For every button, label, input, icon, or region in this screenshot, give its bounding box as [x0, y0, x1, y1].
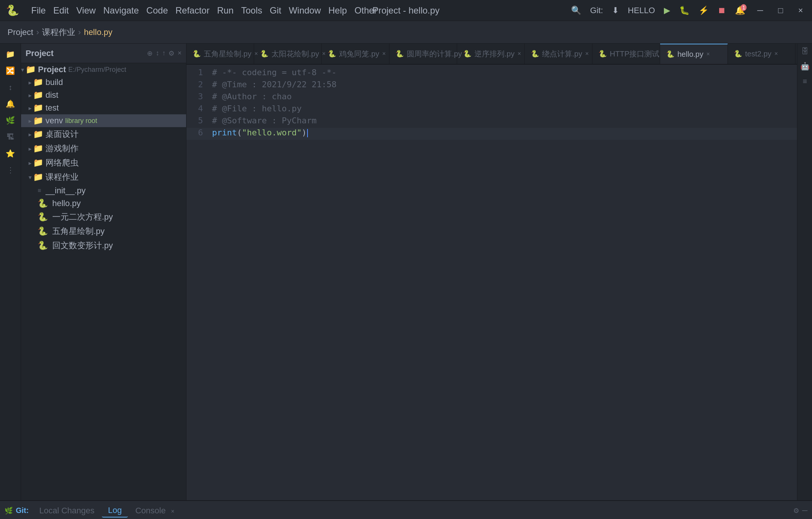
run-config-label: HELLO	[628, 6, 655, 15]
menu-edit[interactable]: Edit	[53, 5, 69, 16]
bottom-panel: 🌿 Git: Local Changes Log Console × ⚙ ─ ↔…	[0, 500, 812, 519]
structure-right-icon[interactable]: ≡	[797, 74, 812, 89]
line-number-3: 3	[186, 92, 209, 101]
menu-file[interactable]: File	[31, 5, 46, 16]
editor-area: 🐍 五角星绘制.py × 🐍 太阳花绘制.py × 🐍 鸡兔同笼.py × 🐍 …	[186, 44, 797, 500]
close-panel-icon[interactable]: ×	[177, 49, 182, 58]
tree-item-game[interactable]: ▸ 📁 游戏制作	[21, 141, 186, 156]
menu-run[interactable]: Run	[217, 5, 233, 16]
tab-log[interactable]: Log	[102, 504, 128, 517]
sidebar-icon-commits[interactable]: 🔀	[3, 63, 18, 78]
tab-sunflower[interactable]: 🐍 太阳花绘制.py ×	[254, 44, 322, 64]
collapse-all-icon[interactable]: ↑	[162, 49, 165, 58]
maximize-button[interactable]: □	[775, 6, 786, 15]
git-label-tab[interactable]: Git:	[16, 506, 29, 515]
bottom-minimize-icon[interactable]: ─	[802, 506, 807, 515]
tab-close-rotate[interactable]: ×	[585, 50, 589, 57]
tree-item-spider[interactable]: ▸ 📁 网络爬虫	[21, 156, 186, 170]
git-label: Git:	[590, 6, 603, 15]
debug-button[interactable]: 🐛	[679, 6, 689, 15]
project-panel: Project ⊕ ↕ ↑ ⚙ × ▾ 📁 Project E:/Pycharm…	[21, 44, 186, 500]
breadcrumb-project[interactable]: Project	[8, 27, 33, 37]
tab-hello[interactable]: 🐍 hello.py ×	[660, 44, 728, 64]
tab-pentagram[interactable]: 🐍 五角星绘制.py ×	[186, 44, 254, 64]
tab-console[interactable]: Console ×	[129, 504, 180, 517]
tab-chickrabbit[interactable]: 🐍 鸡兔同笼.py ×	[322, 44, 389, 64]
tree-item-venv[interactable]: ▸ 📁 venv library root	[21, 114, 186, 127]
tree-item-homework[interactable]: ▾ 📁 课程作业	[21, 170, 186, 184]
sidebar-icon-pull-requests[interactable]: ↕	[3, 80, 18, 95]
expand-all-icon[interactable]: ↕	[156, 49, 159, 58]
tree-item-build[interactable]: ▸ 📁 build	[21, 76, 186, 89]
menu-help[interactable]: Help	[329, 5, 347, 16]
tab-reverse[interactable]: 🐍 逆序排列.py ×	[457, 44, 525, 64]
menu-view[interactable]: View	[76, 5, 96, 16]
line-number-4: 4	[186, 104, 209, 113]
code-content-3: # @Author : chao	[209, 92, 292, 101]
ai-view-icon[interactable]: 🤖	[797, 59, 812, 74]
bottom-settings-icon[interactable]: ⚙	[793, 507, 799, 515]
close-button[interactable]: ×	[795, 6, 806, 15]
tree-item-hello[interactable]: 🐍 hello.py	[21, 197, 186, 210]
profile-button[interactable]: ⚡	[698, 6, 709, 15]
tab-rotate[interactable]: 🐍 绕点计算.py ×	[525, 44, 592, 64]
tree-item-star[interactable]: 🐍 五角星绘制.py	[21, 224, 186, 238]
menu-tools[interactable]: Tools	[241, 5, 262, 16]
menu-navigate[interactable]: Navigate	[103, 5, 139, 16]
right-icons-toolbar: 🗄 🤖 ≡	[797, 44, 812, 500]
minimize-button[interactable]: ─	[754, 6, 766, 15]
line-number-2: 2	[186, 80, 209, 89]
tab-close-reverse[interactable]: ×	[518, 50, 521, 57]
code-line-3: 3 # @Author : chao	[186, 92, 797, 104]
sidebar-icon-structure[interactable]: 🏗	[3, 129, 18, 144]
tab-close-test2[interactable]: ×	[774, 50, 778, 57]
tree-item-init[interactable]: ≡ __init__.py	[21, 184, 186, 197]
git-icon-tab: 🌿	[5, 507, 13, 515]
notification-icon[interactable]: 🔔1	[735, 6, 745, 15]
sidebar-icon-notifications[interactable]: 🔔	[3, 96, 18, 111]
database-icon[interactable]: 🗄	[797, 44, 812, 59]
breadcrumb-folder[interactable]: 课程作业	[42, 27, 75, 38]
locate-file-icon[interactable]: ⊕	[147, 49, 153, 58]
tab-close-chickrabbit[interactable]: ×	[382, 50, 386, 57]
tab-test2[interactable]: 🐍 test2.py ×	[728, 44, 795, 64]
menu-code[interactable]: Code	[146, 5, 168, 16]
menu-git[interactable]: Git	[270, 5, 282, 16]
tree-item-desktop[interactable]: ▸ 📁 桌面设计	[21, 127, 186, 141]
sidebar-icon-more[interactable]: ⋮	[3, 162, 18, 178]
breadcrumb-sep1: ›	[36, 27, 39, 37]
tree-item-root[interactable]: ▾ 📁 Project E:/Pycharm/Project	[21, 63, 186, 76]
project-tree: ▾ 📁 Project E:/Pycharm/Project ▸ 📁 build…	[21, 63, 186, 500]
titlebar-right: 🔍 Git: ⬇ HELLO ▶ 🐛 ⚡ ⏹ 🔔1 ─ □ ×	[571, 6, 806, 15]
git-fetch-icon[interactable]: ⬇	[612, 6, 619, 15]
code-content-2: # @Time : 2021/9/22 21:58	[209, 80, 336, 89]
menu-window[interactable]: Window	[289, 5, 321, 16]
tree-item-palindrome[interactable]: 🐍 回文数变形计.py	[21, 238, 186, 253]
tab-http[interactable]: 🐍 HTTP接口测试.py ×	[592, 44, 660, 64]
console-close-btn[interactable]: ×	[171, 508, 174, 514]
tab-close-hello[interactable]: ×	[706, 51, 710, 58]
tree-item-dist[interactable]: ▸ 📁 dist	[21, 89, 186, 102]
tab-pi[interactable]: 🐍 圆周率的计算.py ×	[389, 44, 457, 64]
tree-item-test[interactable]: ▸ 📁 test	[21, 102, 186, 114]
code-editor[interactable]: 1 # -*- codeing = utf-8 -*- 2 # @Time : …	[186, 65, 797, 500]
breadcrumb: Project › 课程作业 › hello.py	[0, 21, 812, 44]
run-button[interactable]: ▶	[664, 6, 670, 15]
code-line-1: 1 # -*- codeing = utf-8 -*-	[186, 68, 797, 80]
code-content-5: # @Software : PyCharm	[209, 116, 317, 125]
code-line-6: 6 print("hello.word")	[186, 128, 797, 140]
tab-local-changes[interactable]: Local Changes	[33, 504, 100, 517]
sidebar-icon-project[interactable]: 📁	[3, 47, 18, 62]
sidebar-icon-git[interactable]: 🌿	[3, 113, 18, 128]
menu-bar: 🐍 File Edit View Navigate Code Refactor …	[6, 4, 377, 17]
menu-refactor[interactable]: Refactor	[176, 5, 210, 16]
code-content-4: # @File : hello.py	[209, 104, 301, 113]
line-number-5: 5	[186, 116, 209, 125]
sidebar-icon-bookmarks[interactable]: ⭐	[3, 146, 18, 161]
search-everywhere-icon[interactable]: 🔍	[571, 6, 581, 15]
settings-icon[interactable]: ⚙	[168, 49, 174, 58]
breadcrumb-file[interactable]: hello.py	[84, 27, 112, 37]
tree-item-quadratic[interactable]: 🐍 一元二次方程.py	[21, 210, 186, 224]
stop-button[interactable]: ⏹	[718, 6, 726, 15]
app-icon: 🐍	[6, 4, 19, 17]
